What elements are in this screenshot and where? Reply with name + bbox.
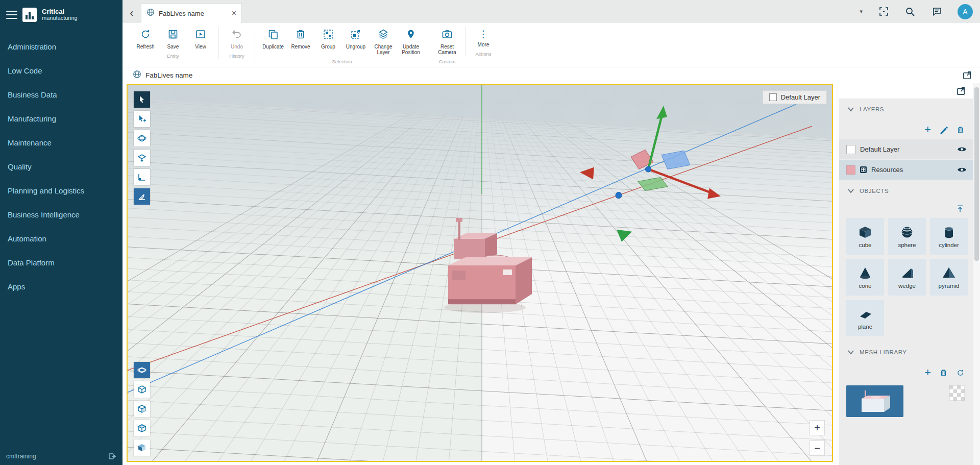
- object-tile-sphere[interactable]: sphere: [888, 218, 926, 255]
- sidebar-item-manufacturing[interactable]: Manufacturing: [0, 107, 122, 131]
- delete-mesh-icon[interactable]: [939, 369, 948, 377]
- tool-select-icon[interactable]: [134, 91, 150, 108]
- save-button[interactable]: Save: [159, 27, 187, 51]
- button-label: Ungroup: [346, 44, 365, 50]
- section-objects[interactable]: OBJECTS: [839, 180, 973, 202]
- reset-camera-button[interactable]: Reset Camera: [433, 27, 461, 56]
- ungroup-button[interactable]: Ungroup: [342, 27, 370, 56]
- change-layer-button[interactable]: Change Layer: [370, 27, 397, 56]
- layer-row-resources[interactable]: Resources: [839, 160, 973, 180]
- sidebar-item-business-intelligence[interactable]: Business Intelligence: [0, 203, 122, 227]
- scroll-to-top-icon[interactable]: [955, 204, 965, 213]
- app-root: Critical manufacturing Administration Lo…: [0, 0, 980, 465]
- sidebar-item-data-platform[interactable]: Data Platform: [0, 251, 122, 275]
- refresh-button[interactable]: Refresh: [132, 27, 159, 51]
- logo-line1: Critical: [42, 8, 78, 15]
- sidebar-item-label: Quality: [8, 162, 32, 171]
- duplicate-button[interactable]: Duplicate: [259, 27, 287, 56]
- viewport-scene: [128, 85, 832, 461]
- logo-text: Critical manufacturing: [42, 8, 78, 21]
- mesh-thumbnail[interactable]: [846, 385, 903, 417]
- refresh-mesh-icon[interactable]: [956, 369, 965, 377]
- edit-layer-icon[interactable]: [939, 126, 948, 134]
- button-label: Group: [321, 44, 335, 50]
- button-label: Undo: [231, 44, 243, 50]
- panel-scrollbar[interactable]: [973, 83, 980, 465]
- object-tile-wedge[interactable]: wedge: [888, 259, 926, 296]
- toolbar-group-label: Actions: [475, 51, 491, 57]
- eye-icon[interactable]: [957, 146, 967, 153]
- layer-color-swatch[interactable]: [769, 93, 777, 101]
- undo-button[interactable]: Undo: [223, 27, 251, 51]
- sidebar-item-low-code[interactable]: Low Code: [0, 59, 122, 83]
- tool-select-add-icon[interactable]: [134, 111, 150, 127]
- sidebar-item-quality[interactable]: Quality: [0, 155, 122, 179]
- object-tile-cylinder[interactable]: cylinder: [930, 218, 968, 255]
- sidebar-item-automation[interactable]: Automation: [0, 227, 122, 251]
- view-front-icon[interactable]: [134, 381, 150, 398]
- sidebar-nav: Administration Low Code Business Data Ma…: [0, 35, 122, 447]
- tab-fablives[interactable]: FabLives name ×: [141, 3, 242, 23]
- zoom-out-button[interactable]: −: [810, 440, 825, 456]
- sidebar-item-label: Automation: [8, 234, 46, 243]
- cone-icon: [858, 266, 872, 280]
- more-button[interactable]: ⋮ More: [470, 27, 497, 48]
- object-label: cylinder: [939, 242, 959, 248]
- view-orbit-icon[interactable]: [134, 362, 150, 378]
- panel-top-strip: [839, 83, 973, 99]
- sidebar-item-apps[interactable]: Apps: [0, 275, 122, 299]
- remove-button[interactable]: Remove: [287, 27, 314, 56]
- tool-plane-icon[interactable]: [134, 150, 150, 166]
- avatar[interactable]: A: [958, 4, 973, 19]
- view-axes-cube-icon[interactable]: [134, 439, 150, 456]
- tabs-back-button[interactable]: ‹: [122, 4, 141, 23]
- logo-icon: [22, 8, 37, 22]
- object-tile-cube[interactable]: cube: [846, 218, 884, 255]
- sidebar-item-planning-and-logistics[interactable]: Planning and Logistics: [0, 179, 122, 203]
- group-button[interactable]: Group: [314, 27, 342, 56]
- sidebar-item-administration[interactable]: Administration: [0, 35, 122, 59]
- sidebar-item-business-data[interactable]: Business Data: [0, 83, 122, 107]
- toolbar-group-actions: ⋮ More Actions: [465, 27, 501, 57]
- tool-measure-icon[interactable]: [134, 169, 150, 185]
- section-mesh-library[interactable]: MESH LIBRARY: [839, 341, 973, 363]
- breadcrumb-title: FabLives name: [145, 71, 192, 79]
- layer-row-default[interactable]: Default Layer: [839, 139, 973, 159]
- eye-icon[interactable]: [957, 166, 967, 173]
- view-top-icon[interactable]: [134, 420, 150, 436]
- sidebar-item-maintenance[interactable]: Maintenance: [0, 131, 122, 155]
- scrollbar-thumb[interactable]: [974, 87, 979, 261]
- object-tile-cone[interactable]: cone: [846, 259, 884, 296]
- session-switch-icon[interactable]: [108, 452, 116, 460]
- hamburger-menu-icon[interactable]: [6, 11, 17, 19]
- object-tile-pyramid[interactable]: pyramid: [930, 259, 968, 296]
- active-layer-badge: Default Layer: [763, 90, 827, 104]
- viewport-canvas[interactable]: Default Layer + −: [127, 84, 833, 462]
- zoom-in-button[interactable]: +: [810, 420, 825, 435]
- toolbar-group-label: Entity: [167, 53, 179, 59]
- add-mesh-button[interactable]: +: [924, 368, 931, 378]
- transparency-checkerboard-icon[interactable]: [949, 385, 965, 401]
- view-button[interactable]: View: [187, 27, 214, 51]
- add-layer-button[interactable]: +: [924, 125, 931, 135]
- tab-close-icon[interactable]: ×: [232, 9, 236, 17]
- toolbar-group-label: Custom: [439, 59, 456, 64]
- delete-layer-icon[interactable]: [956, 126, 965, 134]
- search-icon[interactable]: [904, 6, 916, 17]
- mesh-toolbar: +: [839, 363, 973, 382]
- layer-color-swatch[interactable]: [846, 145, 855, 154]
- open-panel-icon[interactable]: [962, 70, 972, 81]
- update-position-button[interactable]: Update Position: [397, 27, 425, 56]
- sidebar-header: Critical manufacturing: [0, 0, 122, 30]
- chevron-down-icon[interactable]: ▾: [860, 8, 863, 15]
- toolbar-group-custom: Reset Camera Custom: [429, 27, 465, 64]
- layer-color-swatch[interactable]: [846, 165, 855, 175]
- expand-panel-icon[interactable]: [955, 86, 966, 96]
- tool-angle-icon[interactable]: [134, 188, 150, 205]
- fullscreen-icon[interactable]: [878, 6, 889, 17]
- view-side-icon[interactable]: [134, 401, 150, 417]
- tool-orbit-icon[interactable]: [134, 130, 150, 146]
- section-layers[interactable]: LAYERS: [839, 99, 973, 120]
- chat-icon[interactable]: [931, 6, 942, 17]
- object-tile-plane[interactable]: plane: [846, 300, 884, 336]
